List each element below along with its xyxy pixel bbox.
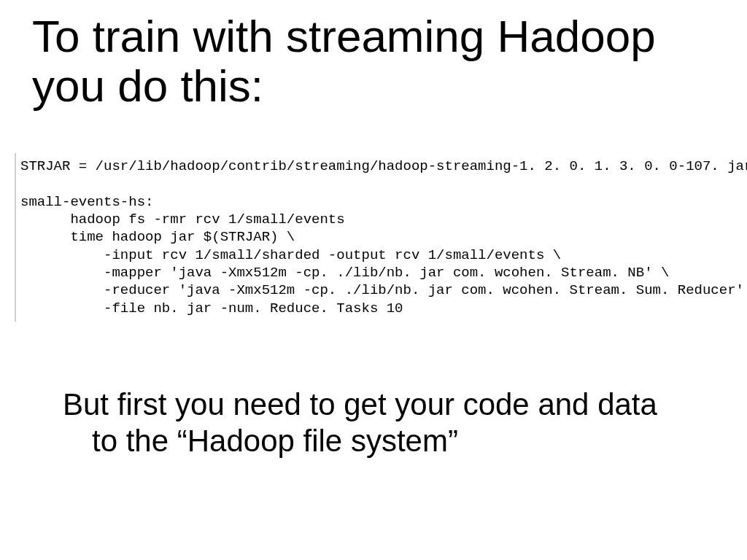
slide-subtitle: But first you need to get your code and … bbox=[63, 386, 681, 459]
slide: To train with streaming Hadoop you do th… bbox=[0, 0, 747, 560]
slide-title: To train with streaming Hadoop you do th… bbox=[32, 12, 718, 111]
code-block: STRJAR = /usr/lib/hadoop/contrib/streami… bbox=[15, 153, 718, 322]
